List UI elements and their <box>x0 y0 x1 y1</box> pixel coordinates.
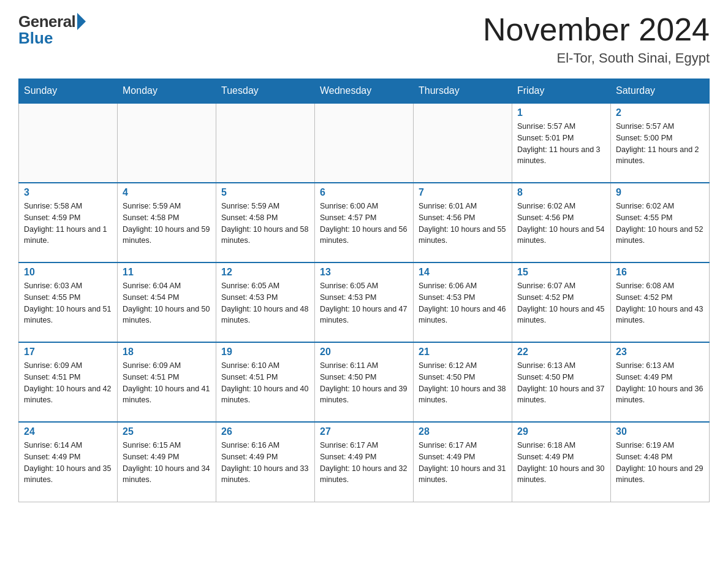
day-info: Sunrise: 6:08 AMSunset: 4:52 PMDaylight:… <box>616 280 704 326</box>
title-block: November 2024 El-Tor, South Sinai, Egypt <box>483 12 710 66</box>
day-info: Sunrise: 6:09 AMSunset: 4:51 PMDaylight:… <box>123 360 211 406</box>
calendar-cell <box>315 103 414 183</box>
calendar-cell: 7Sunrise: 6:01 AMSunset: 4:56 PMDaylight… <box>414 183 512 262</box>
day-number: 27 <box>320 426 408 437</box>
page-header: General Blue November 2024 El-Tor, South… <box>18 12 710 66</box>
calendar-cell: 30Sunrise: 6:19 AMSunset: 4:48 PMDayligh… <box>611 422 710 502</box>
calendar-cell: 4Sunrise: 5:59 AMSunset: 4:58 PMDaylight… <box>118 183 216 262</box>
day-info: Sunrise: 6:05 AMSunset: 4:53 PMDaylight:… <box>221 280 309 326</box>
week-row-4: 17Sunrise: 6:09 AMSunset: 4:51 PMDayligh… <box>19 342 710 422</box>
calendar-cell: 27Sunrise: 6:17 AMSunset: 4:49 PMDayligh… <box>315 422 414 502</box>
day-number: 3 <box>24 187 112 198</box>
calendar-cell: 3Sunrise: 5:58 AMSunset: 4:59 PMDaylight… <box>19 183 118 262</box>
day-info: Sunrise: 6:17 AMSunset: 4:49 PMDaylight:… <box>320 440 408 486</box>
calendar-cell: 23Sunrise: 6:13 AMSunset: 4:49 PMDayligh… <box>611 342 710 422</box>
calendar-cell: 16Sunrise: 6:08 AMSunset: 4:52 PMDayligh… <box>611 262 710 342</box>
col-thursday: Thursday <box>414 79 512 104</box>
calendar-cell: 25Sunrise: 6:15 AMSunset: 4:49 PMDayligh… <box>118 422 216 502</box>
calendar-cell: 2Sunrise: 5:57 AMSunset: 5:00 PMDaylight… <box>611 103 710 183</box>
day-number: 19 <box>221 347 309 358</box>
col-tuesday: Tuesday <box>216 79 315 104</box>
calendar-cell: 24Sunrise: 6:14 AMSunset: 4:49 PMDayligh… <box>19 422 118 502</box>
day-info: Sunrise: 6:02 AMSunset: 4:56 PMDaylight:… <box>517 201 605 247</box>
day-info: Sunrise: 6:18 AMSunset: 4:49 PMDaylight:… <box>517 440 605 486</box>
day-number: 10 <box>24 267 112 278</box>
week-row-5: 24Sunrise: 6:14 AMSunset: 4:49 PMDayligh… <box>19 422 710 502</box>
calendar-cell: 6Sunrise: 6:00 AMSunset: 4:57 PMDaylight… <box>315 183 414 262</box>
calendar-cell: 5Sunrise: 5:59 AMSunset: 4:58 PMDaylight… <box>216 183 315 262</box>
day-number: 1 <box>517 107 605 118</box>
day-number: 23 <box>616 347 704 358</box>
calendar-cell: 20Sunrise: 6:11 AMSunset: 4:50 PMDayligh… <box>315 342 414 422</box>
calendar-cell: 14Sunrise: 6:06 AMSunset: 4:53 PMDayligh… <box>414 262 512 342</box>
day-number: 13 <box>320 267 408 278</box>
day-number: 26 <box>221 426 309 437</box>
calendar-cell: 19Sunrise: 6:10 AMSunset: 4:51 PMDayligh… <box>216 342 315 422</box>
day-number: 21 <box>419 347 507 358</box>
day-info: Sunrise: 5:57 AMSunset: 5:00 PMDaylight:… <box>616 121 704 167</box>
calendar-subtitle: El-Tor, South Sinai, Egypt <box>483 50 710 66</box>
day-number: 2 <box>616 107 704 118</box>
calendar-cell: 17Sunrise: 6:09 AMSunset: 4:51 PMDayligh… <box>19 342 118 422</box>
calendar-cell: 26Sunrise: 6:16 AMSunset: 4:49 PMDayligh… <box>216 422 315 502</box>
day-info: Sunrise: 6:03 AMSunset: 4:55 PMDaylight:… <box>24 280 112 326</box>
calendar-cell <box>216 103 315 183</box>
col-sunday: Sunday <box>19 79 118 104</box>
day-number: 12 <box>221 267 309 278</box>
day-number: 17 <box>24 347 112 358</box>
day-info: Sunrise: 6:11 AMSunset: 4:50 PMDaylight:… <box>320 360 408 406</box>
calendar-cell: 29Sunrise: 6:18 AMSunset: 4:49 PMDayligh… <box>512 422 611 502</box>
day-info: Sunrise: 6:13 AMSunset: 4:49 PMDaylight:… <box>616 360 704 406</box>
calendar-cell: 13Sunrise: 6:05 AMSunset: 4:53 PMDayligh… <box>315 262 414 342</box>
week-row-2: 3Sunrise: 5:58 AMSunset: 4:59 PMDaylight… <box>19 183 710 262</box>
col-wednesday: Wednesday <box>315 79 414 104</box>
day-info: Sunrise: 6:17 AMSunset: 4:49 PMDaylight:… <box>419 440 507 486</box>
day-info: Sunrise: 6:04 AMSunset: 4:54 PMDaylight:… <box>123 280 211 326</box>
day-number: 29 <box>517 426 605 437</box>
calendar-cell: 22Sunrise: 6:13 AMSunset: 4:50 PMDayligh… <box>512 342 611 422</box>
day-info: Sunrise: 6:14 AMSunset: 4:49 PMDaylight:… <box>24 440 112 486</box>
day-info: Sunrise: 6:13 AMSunset: 4:50 PMDaylight:… <box>517 360 605 406</box>
day-number: 20 <box>320 347 408 358</box>
calendar-cell <box>19 103 118 183</box>
day-number: 28 <box>419 426 507 437</box>
logo: General Blue <box>18 12 86 48</box>
day-number: 25 <box>123 426 211 437</box>
day-info: Sunrise: 6:19 AMSunset: 4:48 PMDaylight:… <box>616 440 704 486</box>
calendar-cell: 15Sunrise: 6:07 AMSunset: 4:52 PMDayligh… <box>512 262 611 342</box>
calendar-cell: 12Sunrise: 6:05 AMSunset: 4:53 PMDayligh… <box>216 262 315 342</box>
day-info: Sunrise: 5:57 AMSunset: 5:01 PMDaylight:… <box>517 121 605 167</box>
day-info: Sunrise: 6:05 AMSunset: 4:53 PMDaylight:… <box>320 280 408 326</box>
day-info: Sunrise: 6:02 AMSunset: 4:55 PMDaylight:… <box>616 201 704 247</box>
day-number: 9 <box>616 187 704 198</box>
logo-arrow-icon <box>77 13 86 30</box>
calendar-cell <box>414 103 512 183</box>
day-number: 11 <box>123 267 211 278</box>
calendar-cell: 21Sunrise: 6:12 AMSunset: 4:50 PMDayligh… <box>414 342 512 422</box>
day-number: 22 <box>517 347 605 358</box>
day-info: Sunrise: 6:07 AMSunset: 4:52 PMDaylight:… <box>517 280 605 326</box>
day-info: Sunrise: 6:16 AMSunset: 4:49 PMDaylight:… <box>221 440 309 486</box>
day-info: Sunrise: 6:12 AMSunset: 4:50 PMDaylight:… <box>419 360 507 406</box>
day-info: Sunrise: 6:15 AMSunset: 4:49 PMDaylight:… <box>123 440 211 486</box>
calendar-cell: 8Sunrise: 6:02 AMSunset: 4:56 PMDaylight… <box>512 183 611 262</box>
calendar-cell: 1Sunrise: 5:57 AMSunset: 5:01 PMDaylight… <box>512 103 611 183</box>
day-number: 30 <box>616 426 704 437</box>
day-number: 15 <box>517 267 605 278</box>
week-row-1: 1Sunrise: 5:57 AMSunset: 5:01 PMDaylight… <box>19 103 710 183</box>
day-number: 5 <box>221 187 309 198</box>
calendar-cell: 11Sunrise: 6:04 AMSunset: 4:54 PMDayligh… <box>118 262 216 342</box>
calendar-cell: 10Sunrise: 6:03 AMSunset: 4:55 PMDayligh… <box>19 262 118 342</box>
week-row-3: 10Sunrise: 6:03 AMSunset: 4:55 PMDayligh… <box>19 262 710 342</box>
day-info: Sunrise: 6:06 AMSunset: 4:53 PMDaylight:… <box>419 280 507 326</box>
day-info: Sunrise: 6:01 AMSunset: 4:56 PMDaylight:… <box>419 201 507 247</box>
day-number: 24 <box>24 426 112 437</box>
calendar-cell: 18Sunrise: 6:09 AMSunset: 4:51 PMDayligh… <box>118 342 216 422</box>
col-friday: Friday <box>512 79 611 104</box>
col-monday: Monday <box>118 79 216 104</box>
day-number: 14 <box>419 267 507 278</box>
day-number: 7 <box>419 187 507 198</box>
calendar-title: November 2024 <box>483 12 710 47</box>
calendar-cell: 28Sunrise: 6:17 AMSunset: 4:49 PMDayligh… <box>414 422 512 502</box>
day-number: 18 <box>123 347 211 358</box>
